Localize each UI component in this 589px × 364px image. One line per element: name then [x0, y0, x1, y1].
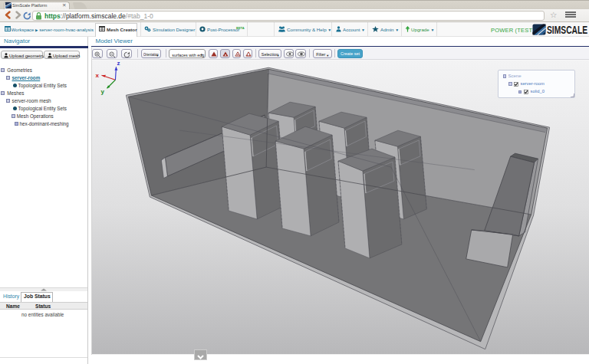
- svg-text:x: x: [95, 72, 99, 79]
- svg-text:y: y: [100, 88, 104, 95]
- svg-text:z: z: [117, 60, 120, 67]
